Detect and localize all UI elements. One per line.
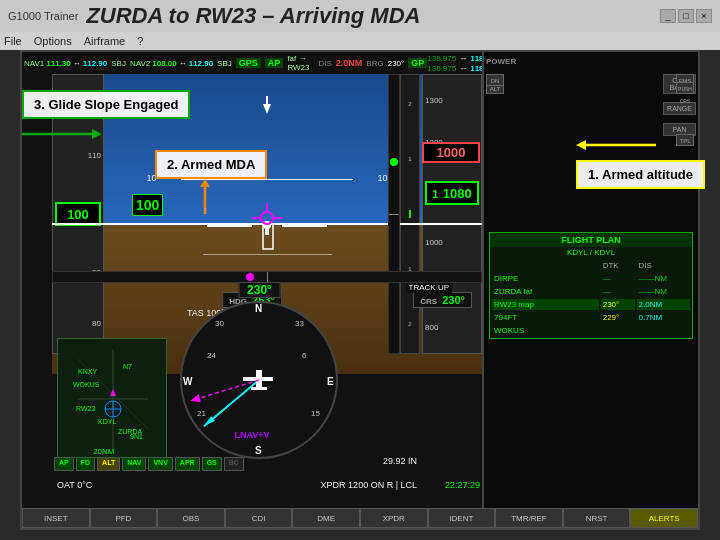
map-background: KNXY WOKUS N7 KDYL ZURDA RW23 9N1 20NM (58, 339, 166, 457)
softkey-nrst[interactable]: NRST (563, 508, 631, 528)
softkey-pfd[interactable]: PFD (90, 508, 158, 528)
svg-text:15: 15 (311, 409, 320, 418)
lnav-label: LNAV+V (234, 430, 269, 440)
fp-row-1: ZURDA faf — ——NM (492, 286, 690, 297)
app-name: G1000 Trainer (8, 10, 78, 22)
nav1-field: NAV1 111.30 ↔ 112.90 SBJ (24, 59, 126, 68)
altitude-readout: 1 1080 (425, 181, 479, 205)
fp-row-4: WOKUS (492, 325, 690, 336)
oat-display: OAT 0°C (57, 480, 92, 490)
loc-diamond (246, 273, 254, 281)
track-up-label: TRACK UP (406, 282, 452, 293)
menu-file[interactable]: File (4, 35, 22, 47)
slide-title: ZURDA to RW23 – Arriving MDA (86, 3, 660, 29)
svg-text:21: 21 (197, 409, 206, 418)
mini-map: KNXY WOKUS N7 KDYL ZURDA RW23 9N1 20NM (57, 338, 167, 458)
alt-arrow-svg (576, 130, 656, 160)
svg-text:WOKUS: WOKUS (73, 381, 100, 388)
compass-heading: 230° (238, 282, 281, 298)
softkey-obs[interactable]: OBS (157, 508, 225, 528)
svg-text:N: N (255, 303, 262, 314)
svg-text:N7: N7 (123, 363, 132, 370)
svg-text:24: 24 (207, 351, 216, 360)
gs-deviation (388, 74, 400, 354)
fp-title: FLIGHT PLAN (490, 233, 692, 247)
menu-help[interactable]: ? (137, 35, 143, 47)
minimize-button[interactable]: _ (660, 9, 676, 23)
ann-ap: AP (54, 457, 74, 471)
xpdr-display: XPDR 1200 ON R | LCL (321, 480, 417, 490)
svg-marker-45 (92, 129, 102, 139)
btn-dn2[interactable]: DN (486, 74, 504, 86)
soft-keys: INSET PFD OBS CDI DME XPDR IDENT TMR/REF… (22, 508, 698, 528)
svg-rect-27 (251, 387, 267, 390)
svg-text:20NM: 20NM (93, 447, 115, 456)
svg-text:KDYL: KDYL (98, 418, 116, 425)
vsi: 2 1 1 2 (400, 74, 420, 354)
softkey-dme[interactable]: DME (292, 508, 360, 528)
svg-text:S: S (255, 445, 262, 456)
time-display: 22:27:29 (445, 480, 480, 490)
ann-vnv: VNV (148, 457, 172, 471)
svg-text:KNXY: KNXY (78, 368, 97, 375)
bank-angle-indicator (167, 96, 367, 130)
softkey-alerts[interactable]: ALERTS (630, 508, 698, 528)
maximize-button[interactable]: □ (678, 9, 694, 23)
mfd-power-label: POWER (486, 57, 516, 66)
annotation-armed-altitude: 1. Armed altitude (576, 130, 705, 189)
alt-label: 1. Armed altitude (576, 160, 705, 189)
ann-alt: ALT (97, 457, 120, 471)
loc-center (267, 272, 268, 282)
softkey-xpdr[interactable]: XPDR (360, 508, 428, 528)
altitude-preselect: 1000 (422, 142, 480, 163)
ann-nav: NAV (122, 457, 146, 471)
svg-marker-47 (200, 179, 210, 187)
menu-bar: File Options Airframe ? (0, 32, 720, 50)
gs-diamond (390, 158, 398, 166)
fp-row-2: RW23 map 230° 2.0NM (492, 299, 690, 310)
softkey-tmrref[interactable]: TMR/REF (495, 508, 563, 528)
svg-marker-49 (576, 140, 586, 150)
nav-bar: NAV1 111.30 ↔ 112.90 SBJ NAV2 108.00 ↔ 1… (22, 52, 482, 74)
svg-rect-1 (282, 223, 327, 227)
fp-row-0: DIRPE — ——NM (492, 273, 690, 284)
mda-arrow-svg (155, 179, 215, 219)
svg-marker-42 (110, 389, 116, 396)
btn-push-crs[interactable]: PUSHCRS (676, 82, 694, 94)
gs-arrow-svg (22, 119, 102, 149)
svg-text:30: 30 (215, 319, 224, 328)
vsi-indicator (409, 210, 411, 218)
com-freqs: 136.975 ↔ 118.000 COM1 136.975 ↔ 118.000… (427, 54, 482, 73)
fp-route: KDYL / KDYL (490, 247, 692, 258)
course-display: CRS 230° (413, 292, 472, 308)
annotation-armed-mda: 2. Armed MDA (155, 150, 267, 219)
gs-center (389, 214, 399, 215)
svg-text:RW23: RW23 (76, 405, 95, 412)
fp-table: DTK DIS DIRPE — ——NM ZURDA faf — ——NM (490, 258, 692, 338)
ann-fd: FD (76, 457, 95, 471)
flight-plan-box: FLIGHT PLAN KDYL / KDYL DTK DIS DIRPE — … (489, 232, 693, 339)
annotation-glide-slope: 3. Glide Slope Engaged (22, 90, 190, 149)
svg-rect-0 (207, 223, 252, 227)
mfd: POWER CRSBARG RANGE PAN 1-2 HDG AP FD AL… (482, 52, 698, 528)
menu-options[interactable]: Options (34, 35, 72, 47)
svg-marker-10 (263, 104, 271, 114)
baro-display: 29.92 IN (383, 456, 417, 466)
softkey-cdi[interactable]: CDI (225, 508, 293, 528)
svg-text:6: 6 (302, 351, 307, 360)
svg-text:9N1: 9N1 (130, 433, 143, 440)
close-button[interactable]: × (696, 9, 712, 23)
menu-airframe[interactable]: Airframe (84, 35, 126, 47)
altitude-tape: 1300 1200 1 1080 1000 900 800 (422, 74, 482, 354)
fp-row-3: 794FT 229° 0.7NM (492, 312, 690, 323)
softkey-ident[interactable]: IDENT (428, 508, 496, 528)
com2-field: 136.975 ↔ 118.000 COM2 (427, 64, 482, 73)
com1-field: 136.975 ↔ 118.000 COM1 (427, 54, 482, 63)
nav2-field: NAV2 108.00 ↔ 112.90 SBJ (130, 59, 232, 68)
svg-text:W: W (183, 376, 193, 387)
softkey-inset[interactable]: INSET (22, 508, 90, 528)
gs-label: 3. Glide Slope Engaged (22, 90, 190, 119)
pitch-num-10r: 10 (377, 173, 387, 183)
svg-text:E: E (327, 376, 334, 387)
title-bar: G1000 Trainer ZURDA to RW23 – Arriving M… (0, 0, 720, 32)
